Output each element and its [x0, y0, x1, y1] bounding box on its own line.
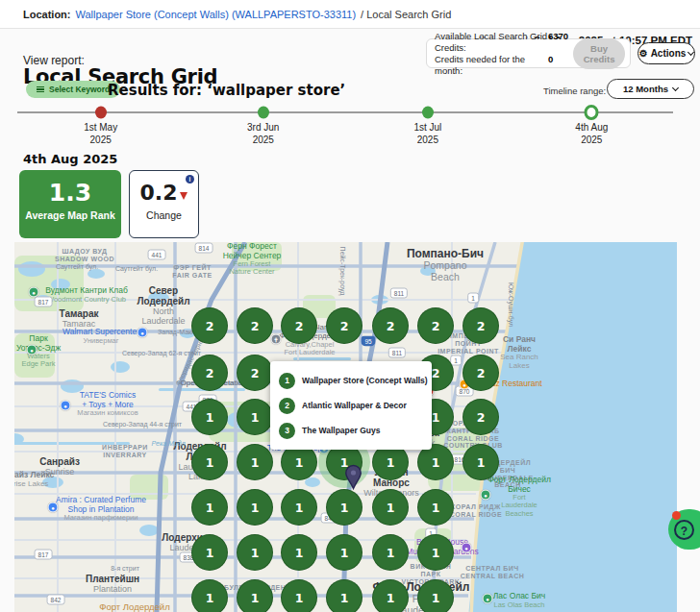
select-keyword-label: Select Keyword	[49, 85, 110, 94]
grid-rank-marker[interactable]: 1	[237, 489, 273, 526]
location-label: Location:	[23, 9, 71, 20]
buy-credits-button[interactable]: Buy Credits	[573, 38, 625, 69]
credits-needed-value: 0	[548, 54, 553, 77]
timeline-point-date: 4th Aug2025	[548, 122, 635, 146]
grid-rank-marker[interactable]: 1	[417, 579, 454, 612]
tooltip-business-name: Wallpaper Store (Concept Walls)	[302, 376, 428, 385]
grid-rank-marker[interactable]: 1	[417, 489, 454, 526]
credits-available-value: 6370	[548, 31, 568, 54]
info-icon[interactable]: i	[186, 175, 194, 184]
timeline: 1st May20253rd Jun20251st Jul20254th Aug…	[14, 101, 678, 149]
grid-rank-marker[interactable]: 1	[326, 489, 362, 526]
timeline-point[interactable]	[258, 107, 269, 119]
grid-rank-marker[interactable]: 1	[462, 444, 499, 480]
timeline-range-dropdown[interactable]: 12 Months	[607, 79, 694, 99]
grid-rank-marker[interactable]: 2	[462, 307, 499, 344]
perfume-shop-icon: ●	[48, 502, 59, 513]
select-keyword-button[interactable]: Select Keyword	[26, 81, 120, 98]
road-shield: 811	[388, 348, 406, 358]
tooltip-business-name: The Wallpaper Guys	[302, 426, 380, 435]
actions-button[interactable]: ⚙ Actions	[638, 42, 695, 64]
grid-rank-marker[interactable]: 1	[191, 444, 228, 480]
ranking-tooltip: 1Wallpaper Store (Concept Walls)2Atlanti…	[270, 361, 432, 450]
grid-rank-marker[interactable]: 2	[237, 355, 273, 391]
timeline-range-label: Timeline range:	[543, 86, 606, 96]
grid-rank-marker[interactable]: 2	[237, 307, 273, 344]
average-map-rank-label: Average Map Rank	[19, 209, 121, 221]
credits-panel: Available Local Search Grid Credits: 637…	[426, 38, 631, 68]
grid-rank-marker[interactable]: 1	[281, 489, 317, 526]
average-map-rank-value: 1.3	[19, 180, 121, 207]
average-map-rank-card: 1.3 Average Map Rank	[19, 170, 121, 238]
gear-icon: ⚙	[639, 49, 648, 59]
grid-rank-marker[interactable]: 1	[372, 489, 409, 526]
tooltip-row: 3The Wallpaper Guys	[279, 418, 423, 443]
tooltip-rank-badge: 1	[279, 373, 295, 389]
golf-club-icon: ●	[29, 287, 39, 298]
hamburger-icon	[37, 86, 44, 93]
grid-rank-marker[interactable]: 1	[372, 534, 409, 571]
grid-rank-marker[interactable]: 1	[281, 534, 317, 571]
grid-rank-marker[interactable]: 2	[191, 307, 228, 344]
grid-rank-marker[interactable]: 1	[237, 579, 273, 612]
breadcrumb: Location: Wallpaper Store (Concept Walls…	[0, 0, 700, 29]
timeline-point[interactable]	[585, 105, 599, 120]
grid-rank-marker[interactable]: 1	[191, 399, 228, 435]
credits-needed-label: Credits needed for the month:	[435, 54, 548, 77]
grid-rank-marker[interactable]: 2	[326, 307, 362, 344]
change-label: Change	[130, 209, 198, 221]
chevron-down-icon	[672, 85, 679, 91]
walmart-store-icon: ●	[138, 328, 148, 338]
grid-rank-marker[interactable]: 2	[372, 307, 409, 344]
grid-rank-marker[interactable]: 1	[237, 399, 273, 435]
location-link[interactable]: Wallpaper Store (Concept Walls) (WALLPAP…	[76, 9, 357, 20]
grid-rank-marker[interactable]: 1	[191, 489, 228, 526]
tooltip-business-name: Atlantic Wallpaper & Decor	[302, 401, 407, 410]
road-shield: 817	[35, 297, 53, 307]
breadcrumb-current: / Local Search Grid	[361, 9, 451, 20]
road-shield: 814	[195, 243, 213, 254]
timeline-point-date: 3rd Jun2025	[220, 122, 307, 146]
grid-rank-marker[interactable]: 1	[372, 579, 409, 612]
credits-available-label: Available Local Search Grid Credits:	[435, 31, 548, 54]
road-shield: 811	[390, 288, 408, 299]
grid-rank-marker[interactable]: 1	[417, 534, 454, 571]
grid-rank-marker[interactable]: 1	[281, 579, 317, 612]
grid-rank-marker[interactable]: 2	[462, 355, 499, 391]
beach-icon: ●	[481, 490, 491, 501]
grid-rank-marker[interactable]: 2	[191, 355, 228, 391]
comics-store-icon: ●	[61, 401, 71, 411]
beach-icon: ●	[483, 594, 493, 604]
tooltip-rank-badge: 2	[279, 398, 295, 414]
notification-dot	[672, 511, 681, 520]
timeline-point[interactable]	[95, 107, 107, 119]
road-shield: 817	[35, 550, 53, 560]
grid-rank-marker[interactable]: 1	[237, 444, 273, 480]
timeline-track	[17, 111, 673, 113]
local-search-grid-map[interactable]: ШАДОУ ВУДSHADOW WOODСаутгейт бул.Саутгей…	[14, 242, 677, 612]
museum-icon: ●	[462, 543, 472, 553]
change-down-arrow-icon	[180, 192, 188, 200]
road-shield: 1	[467, 293, 479, 304]
chevron-down-icon	[688, 49, 694, 56]
change-card: i 0.2 Change	[129, 170, 199, 238]
park-icon: ●	[27, 345, 38, 355]
grid-rank-marker[interactable]: 2	[417, 307, 454, 344]
grid-rank-marker[interactable]: 1	[191, 579, 228, 612]
church-icon: ✝	[271, 334, 282, 345]
timeline-point-date: 1st Jul2025	[385, 122, 471, 146]
grid-rank-marker[interactable]: 1	[326, 534, 362, 571]
change-value: 0.2	[140, 181, 178, 206]
grid-rank-marker[interactable]: 2	[281, 307, 317, 344]
road-shield: 842	[47, 595, 65, 605]
road-shield: 95	[361, 336, 375, 347]
grid-rank-marker[interactable]: 1	[237, 534, 273, 571]
grid-rank-marker[interactable]: 2	[462, 399, 499, 435]
grid-rank-marker[interactable]: 1	[191, 534, 228, 571]
tooltip-row: 2Atlantic Wallpaper & Decor	[279, 393, 423, 418]
tooltip-row: 1Wallpaper Store (Concept Walls)	[279, 368, 423, 393]
timeline-point[interactable]	[422, 107, 434, 119]
selected-date-heading: 4th Aug 2025	[23, 152, 117, 166]
results-heading: Results for: ‘wallpaper store’	[108, 82, 345, 99]
grid-rank-marker[interactable]: 1	[326, 579, 362, 612]
